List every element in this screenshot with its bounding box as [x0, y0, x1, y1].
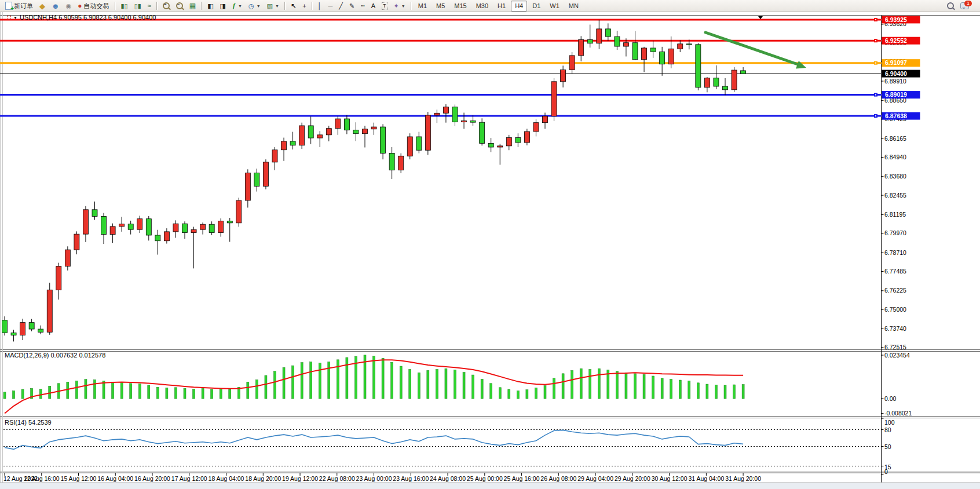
autotrade-label: 自动交易 — [84, 2, 109, 10]
expand-arrow-icon[interactable]: ▼ — [13, 16, 17, 20]
time-axis-label: 25 Aug 16:00 — [504, 475, 540, 482]
timeframe-button-M5[interactable]: M5 — [432, 1, 449, 12]
price-tick-label: 6.83680 — [884, 173, 906, 180]
indicators-button[interactable]: ƒ▼ — [229, 0, 245, 12]
candle — [480, 118, 485, 145]
zoom-in-button[interactable]: + — [160, 0, 173, 12]
price-tick-label: 6.72515 — [884, 344, 906, 351]
auto-scroll-icon: ◧ — [207, 3, 213, 9]
timeframe-button-M15[interactable]: M15 — [450, 1, 470, 12]
chat-bubble-icon: 1 — [960, 2, 969, 9]
candlestick-icon: ▯▮ — [134, 3, 141, 9]
separator — [156, 2, 158, 10]
candlestick-chart-button[interactable]: ▯▮ — [131, 0, 144, 12]
fibonacci-button[interactable]: ✎ — [346, 0, 357, 12]
time-axis-label: 18 Aug 20:00 — [245, 475, 281, 482]
shapes-icon: ✦ — [394, 3, 399, 9]
chevron-down-icon: ▼ — [401, 4, 405, 8]
text-icon: A — [371, 3, 375, 9]
price-level-badge: 6.89019 — [885, 91, 907, 98]
chart-shift-button[interactable]: ◨ — [217, 0, 229, 12]
subwindow-marker-icon[interactable] — [7, 16, 11, 20]
chart-frame — [0, 12, 980, 489]
new-order-icon — [5, 2, 12, 10]
price-level-badge: 6.87638 — [885, 112, 907, 119]
time-axis-label: 16 Aug 04:00 — [97, 475, 133, 482]
timeframe-button-M1[interactable]: M1 — [414, 1, 431, 12]
candle — [299, 123, 305, 149]
templates-button[interactable]: ▧▼ — [264, 0, 282, 12]
price-tick-label: 6.82455 — [884, 192, 906, 199]
styles-button[interactable]: ◆ — [36, 0, 48, 12]
text-button[interactable]: A — [368, 0, 378, 12]
price-tick-label: 6.76225 — [884, 287, 906, 294]
line-chart-button[interactable]: ≈ — [145, 0, 154, 12]
time-axis-label: 12 Aug 16:00 — [24, 475, 60, 482]
auto-scroll-button[interactable]: ◧ — [204, 0, 216, 12]
bar-chart-icon: ▮▯ — [121, 3, 128, 9]
cursor-button[interactable]: ↖ — [288, 0, 299, 12]
price-tick-label: 6.81195 — [884, 211, 906, 218]
time-axis-label: 24 Aug 08:00 — [430, 475, 466, 482]
tile-windows-button[interactable]: ▦ — [187, 0, 199, 12]
macd-axis-label: 0.023454 — [884, 352, 910, 359]
time-axis-label: 23 Aug 16:00 — [393, 475, 429, 482]
rsi-indicator-label: RSI(14) 54.2539 — [5, 419, 52, 426]
candle — [407, 133, 412, 159]
text-label-icon: T — [382, 2, 387, 10]
vertical-line-button[interactable]: │ — [315, 0, 325, 12]
timeframe-button-H1[interactable]: H1 — [493, 1, 510, 12]
new-order-button[interactable]: 新订单 — [2, 0, 36, 12]
timeframe-button-H4[interactable]: H4 — [511, 1, 527, 12]
notification-badge: 1 — [964, 1, 972, 6]
crosshair-button[interactable]: + — [299, 0, 309, 12]
indicators-icon: ƒ — [232, 3, 236, 9]
notifications-button[interactable]: 1 — [957, 0, 972, 12]
text-label-button[interactable]: T — [379, 0, 390, 12]
price-tick-label: 6.73740 — [884, 325, 906, 332]
time-axis-label: 30 Aug 12:00 — [652, 475, 688, 482]
price-level-badge: 6.93925 — [885, 16, 907, 23]
channel-button[interactable]: ┅ — [358, 0, 368, 12]
periods-button[interactable]: ◷▼ — [246, 0, 264, 12]
tile-windows-icon: ▦ — [189, 3, 196, 9]
price-level-badge: 6.90400 — [885, 70, 907, 77]
vertical-line-icon: │ — [318, 3, 322, 9]
candle — [47, 283, 52, 335]
candle — [425, 112, 430, 155]
chart-title-bar: ▼ USDCNH,H4 6.90595 6.90823 6.90400 6.90… — [7, 14, 156, 21]
time-axis-label: 16 Aug 20:00 — [134, 475, 170, 482]
trendline-button[interactable]: ╱ — [336, 0, 346, 12]
arrows-button[interactable]: ✦▼ — [391, 0, 408, 12]
horizontal-line-icon: ─ — [328, 3, 332, 9]
timeframe-group: M1M5M15M30H1H4D1W1MN — [414, 1, 583, 12]
search-icon — [947, 2, 954, 9]
market-watch-button[interactable]: ☻ — [49, 0, 63, 12]
macd-axis-label: -0.008021 — [884, 410, 912, 417]
trendline-icon: ╱ — [339, 3, 343, 9]
zoom-out-button[interactable]: − — [173, 0, 186, 12]
price-tick-label: 6.75000 — [884, 306, 906, 313]
signals-button[interactable]: ◉ — [63, 0, 75, 12]
rsi-axis-label: 0 — [884, 468, 888, 475]
candle — [236, 198, 242, 227]
autotrade-button[interactable]: ● 自动交易 — [75, 0, 112, 12]
horizontal-line-button[interactable]: ─ — [325, 0, 335, 12]
timeframe-button-D1[interactable]: D1 — [528, 1, 544, 12]
timeframe-button-MN[interactable]: MN — [565, 1, 583, 12]
timeframe-button-W1[interactable]: W1 — [546, 1, 564, 12]
time-axis-label: 22 Aug 08:00 — [319, 475, 355, 482]
gold-box-icon: ◆ — [39, 3, 45, 9]
rsi-axis-label: 50 — [884, 443, 891, 450]
macd-indicator-label: MACD(12,26,9) 0.007632 0.012578 — [5, 352, 105, 359]
price-tick-label: 6.84940 — [884, 154, 906, 160]
search-button[interactable] — [944, 0, 957, 12]
candle — [263, 159, 268, 189]
bar-chart-button[interactable]: ▮▯ — [118, 0, 131, 12]
price-tick-label: 6.77485 — [884, 268, 906, 275]
candle — [732, 67, 737, 92]
timeframe-button-M30[interactable]: M30 — [472, 1, 492, 12]
time-axis-label: 17 Aug 12:00 — [171, 475, 207, 482]
chart-shift-icon: ◨ — [220, 3, 226, 9]
chart-window[interactable]: 6.936206.923956.911706.899106.886506.874… — [0, 0, 980, 489]
